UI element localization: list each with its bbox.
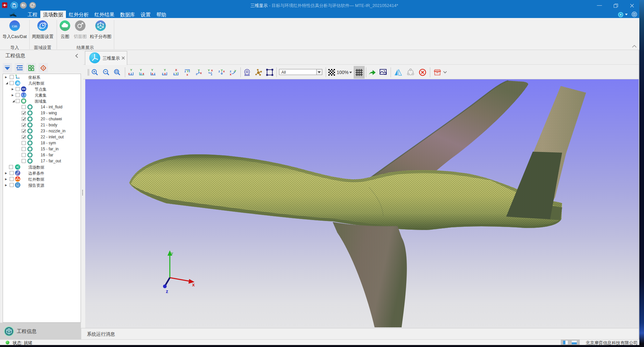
svg-text:x: x [211,69,213,72]
svg-text:Y: Y [151,68,153,72]
svg-text:x: x [200,71,202,75]
svg-text:z: z [166,289,168,294]
svg-text:Y: Y [208,69,210,72]
svg-text:cas: cas [12,24,17,28]
svg-text:x: x [192,282,195,287]
svg-text:Y: Y [15,74,16,76]
svg-text:Y: Y [221,69,223,72]
svg-text:z: z [17,76,18,78]
svg-text:Y: Y [140,68,142,72]
svg-text:X: X [175,68,177,72]
svg-text:x: x [230,73,231,76]
svg-text:z: z [218,70,220,73]
svg-text:x: x [223,70,225,73]
svg-text:Y: Y [164,68,166,72]
svg-text:Y: Y [187,70,189,73]
svg-text:z: z [184,70,186,73]
svg-text:z: z [196,72,197,76]
svg-text:Y: Y [130,68,132,72]
svg-text:y: y [171,251,173,255]
svg-text:x: x [18,76,19,78]
svg-text:x: x [186,73,188,76]
